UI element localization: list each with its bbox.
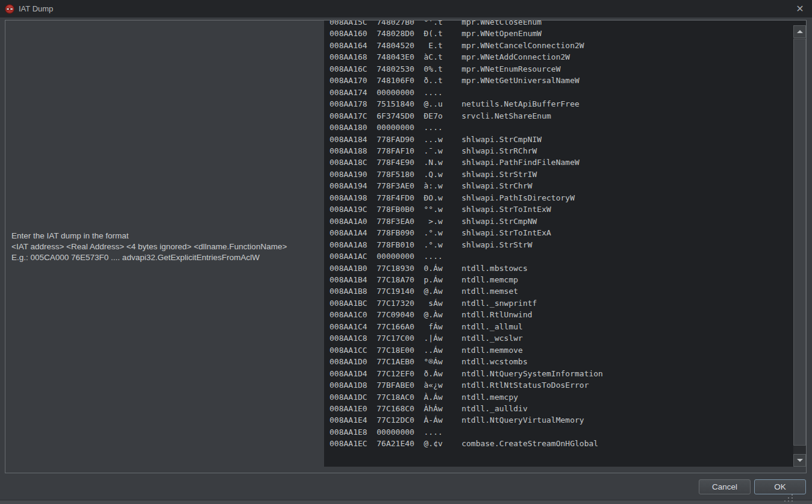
dump-line: 008AA1E0 77C168C0 ÀhÁw ntdll._aulldiv	[329, 403, 793, 414]
dump-line: 008AA190 778F5180 .Q.w shlwapi.StrStrIW	[329, 169, 793, 180]
dump-line: 008AA164 74804520 E.t mpr.WNetCancelConn…	[329, 40, 793, 51]
dump-line: 008AA1A8 778FB010 .°.w shlwapi.StrStrW	[329, 239, 793, 250]
instruction-line-3: E.g.: 005CA000 76E573F0 .... advapi32.Ge…	[11, 252, 322, 263]
dump-line: 008AA1C8 77C17C00 .|Áw ntdll._wcslwr	[329, 332, 793, 344]
dump-line: 008AA15C 748027B0 °'.t mpr.WNetCloseEnum	[329, 20, 793, 28]
scrollbar-thumb[interactable]	[793, 39, 806, 446]
iat-dump-text: 008AA15C 748027B0 °'.t mpr.WNetCloseEnum…	[329, 20, 793, 450]
arrow-down-icon	[797, 459, 803, 462]
instruction-line-1: Enter the IAT dump in the format	[11, 231, 322, 241]
dump-line: 008AA1E4 77C12DC0 À-Áw ntdll.NtQueryVirt…	[329, 414, 793, 426]
instruction-line-2: <IAT address> <Real Address> <4 bytes ig…	[11, 241, 322, 252]
dump-line: 008AA194 778F3AE0 à:.w shlwapi.StrChrW	[329, 180, 793, 191]
window-bottom-edge	[0, 500, 812, 504]
dump-line: 008AA18C 778F4E90 .N.w shlwapi.PathFindF…	[329, 157, 793, 168]
cancel-button[interactable]: Cancel	[699, 479, 751, 494]
dump-line: 008AA1E8 00000000 ....	[329, 426, 793, 438]
dump-line: 008AA1CC 77C18E00 ..Áw ntdll.memmove	[329, 344, 793, 356]
scroll-down-button[interactable]	[793, 454, 806, 467]
dump-line: 008AA1D0 77C1AEB0 °®Áw ntdll.wcstombs	[329, 356, 793, 367]
size-grip[interactable]	[792, 500, 793, 502]
dump-line: 008AA184 778FAD90 ...w shlwapi.StrCmpNIW	[329, 134, 793, 145]
iat-dump-textedit[interactable]: 008AA15C 748027B0 °'.t mpr.WNetCloseEnum…	[324, 20, 806, 467]
dump-line: 008AA1D4 77C12EF0 ð.Áw ntdll.NtQuerySyst…	[329, 368, 793, 379]
dump-line: 008AA1C4 77C166A0 fÁw ntdll._allmul	[329, 321, 793, 332]
dump-line: 008AA1B8 77C19140 @.Áw ntdll.memset	[329, 285, 793, 297]
dump-line: 008AA1EC 76A21E40 @.¢v combase.CreateStr…	[329, 438, 793, 449]
dump-line: 008AA178 75151840 @..u netutils.NetApiBu…	[329, 98, 793, 110]
dump-line: 008AA1C0 77C09040 @.Àw ntdll.RtlUnwind	[329, 309, 793, 320]
dump-line: 008AA19C 778FB0B0 °°.w shlwapi.StrToIntE…	[329, 204, 793, 215]
scroll-up-button[interactable]	[793, 25, 806, 38]
dialog-content-box: Enter the IAT dump in the format <IAT ad…	[5, 20, 807, 473]
window-title: IAT Dump	[19, 4, 53, 13]
dump-line: 008AA1B0 77C18930 0.Áw ntdll.mbstowcs	[329, 263, 793, 274]
dump-line: 008AA170 748106F0 ð..t mpr.WNetGetUniver…	[329, 75, 793, 86]
dump-line: 008AA16C 74802530 0%.t mpr.WNetEnumResou…	[329, 63, 793, 75]
dump-line: 008AA1BC 77C17320 sÁw ntdll._snwprintf	[329, 297, 793, 309]
dump-line: 008AA1B4 77C18A70 p.Áw ntdll.memcmp	[329, 274, 793, 285]
dump-line: 008AA174 00000000 ....	[329, 87, 793, 98]
dump-line: 008AA198 778F4FD0 ÐO.w shlwapi.PathIsDir…	[329, 192, 793, 204]
dump-line: 008AA188 778FAF10 .¯.w shlwapi.StrRChrW	[329, 145, 793, 157]
dump-line: 008AA1D8 77BFABE0 à«¿w ntdll.RtlNtStatus…	[329, 379, 793, 391]
dump-line: 008AA160 748028D0 Ð(.t mpr.WNetOpenEnumW	[329, 28, 793, 39]
dump-line: 008AA168 748043E0 àC.t mpr.WNetAddConnec…	[329, 51, 793, 63]
vertical-scrollbar[interactable]	[793, 25, 806, 467]
ok-button[interactable]: OK	[754, 479, 806, 494]
dump-line: 008AA1A4 778FB090 .°.w shlwapi.StrToIntE…	[329, 227, 793, 238]
format-instructions: Enter the IAT dump in the format <IAT ad…	[11, 231, 322, 263]
close-icon[interactable]: ✕	[792, 2, 808, 16]
arrow-up-icon	[797, 30, 803, 33]
dump-line: 008AA180 00000000 ....	[329, 122, 793, 133]
app-bug-icon	[5, 4, 14, 14]
dump-line: 008AA1DC 77C18AC0 À.Áw ntdll.memcpy	[329, 391, 793, 403]
dump-line: 008AA1AC 00000000 ....	[329, 250, 793, 262]
dump-line: 008AA17C 6F3745D0 ÐE7o srvcli.NetShareEn…	[329, 110, 793, 122]
titlebar: IAT Dump ✕	[0, 0, 812, 17]
dump-line: 008AA1A0 778F3EA0 >.w shlwapi.StrCmpNW	[329, 216, 793, 227]
